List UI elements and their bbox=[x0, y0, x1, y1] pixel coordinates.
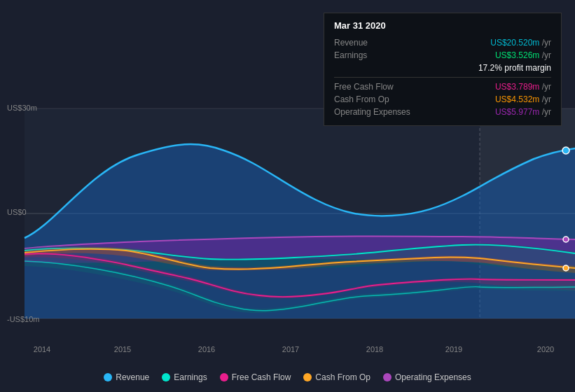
legend-item-fcf[interactable]: Free Cash Flow bbox=[220, 372, 291, 382]
legend-dot-opex bbox=[383, 373, 392, 382]
x-label-2019: 2019 bbox=[445, 345, 462, 354]
tooltip-profit-margin-row: 17.2% profit margin bbox=[334, 62, 551, 74]
svg-point-7 bbox=[563, 237, 569, 242]
tooltip-earnings-row: Earnings US$3.526m /yr bbox=[334, 49, 551, 62]
tooltip-earnings-label: Earnings bbox=[334, 50, 418, 60]
svg-point-8 bbox=[563, 265, 569, 271]
x-label-2018: 2018 bbox=[366, 345, 383, 354]
x-label-2016: 2016 bbox=[198, 345, 215, 354]
legend-dot-fcf bbox=[220, 373, 228, 382]
x-label-2020: 2020 bbox=[537, 345, 554, 354]
y-label-bot: -US$10m bbox=[7, 315, 39, 323]
y-label-mid: US$0 bbox=[7, 208, 27, 216]
legend-label-opex: Operating Expenses bbox=[395, 372, 471, 382]
y-label-top: US$30m bbox=[7, 104, 37, 112]
tooltip-box: Mar 31 2020 Revenue US$20.520m /yr Earni… bbox=[324, 13, 562, 126]
legend-label-cashfromop: Cash From Op bbox=[315, 372, 370, 382]
x-label-2014: 2014 bbox=[34, 345, 50, 354]
tooltip-revenue-row: Revenue US$20.520m /yr bbox=[334, 36, 551, 49]
legend-dot-revenue bbox=[104, 373, 112, 382]
legend: Revenue Earnings Free Cash Flow Cash Fro… bbox=[0, 372, 575, 382]
tooltip-cashfromop-row: Cash From Op US$4.532m /yr bbox=[334, 93, 551, 106]
tooltip-cashfromop-label: Cash From Op bbox=[334, 94, 418, 104]
legend-item-earnings[interactable]: Earnings bbox=[162, 372, 207, 382]
tooltip-earnings-value: US$3.526m /yr bbox=[418, 50, 551, 60]
x-label-2017: 2017 bbox=[282, 345, 299, 354]
svg-point-6 bbox=[562, 147, 569, 154]
legend-item-revenue[interactable]: Revenue bbox=[104, 372, 149, 382]
tooltip-profit-margin-value: 17.2% profit margin bbox=[418, 63, 551, 73]
tooltip-date: Mar 31 2020 bbox=[334, 20, 551, 31]
tooltip-divider bbox=[334, 77, 551, 78]
tooltip-revenue-value: US$20.520m /yr bbox=[418, 38, 551, 48]
legend-item-cashfromop[interactable]: Cash From Op bbox=[303, 372, 370, 382]
tooltip-fcf-row: Free Cash Flow US$3.789m /yr bbox=[334, 80, 551, 93]
legend-dot-cashfromop bbox=[303, 373, 312, 382]
tooltip-opex-row: Operating Expenses US$5.977m /yr bbox=[334, 106, 551, 118]
tooltip-opex-label: Operating Expenses bbox=[334, 107, 418, 117]
x-label-2015: 2015 bbox=[114, 345, 131, 354]
legend-label-revenue: Revenue bbox=[116, 372, 149, 382]
tooltip-opex-value: US$5.977m /yr bbox=[418, 107, 551, 117]
tooltip-revenue-label: Revenue bbox=[334, 38, 418, 48]
tooltip-fcf-value: US$3.789m /yr bbox=[418, 82, 551, 92]
legend-dot-earnings bbox=[162, 373, 170, 382]
tooltip-fcf-label: Free Cash Flow bbox=[334, 82, 418, 92]
legend-label-fcf: Free Cash Flow bbox=[232, 372, 291, 382]
chart-container: US$30m US$0 -US$10m 2014 2015 2016 2017 … bbox=[0, 0, 575, 392]
tooltip-cashfromop-value: US$4.532m /yr bbox=[418, 94, 551, 104]
legend-item-opex[interactable]: Operating Expenses bbox=[383, 372, 471, 382]
legend-label-earnings: Earnings bbox=[174, 372, 207, 382]
